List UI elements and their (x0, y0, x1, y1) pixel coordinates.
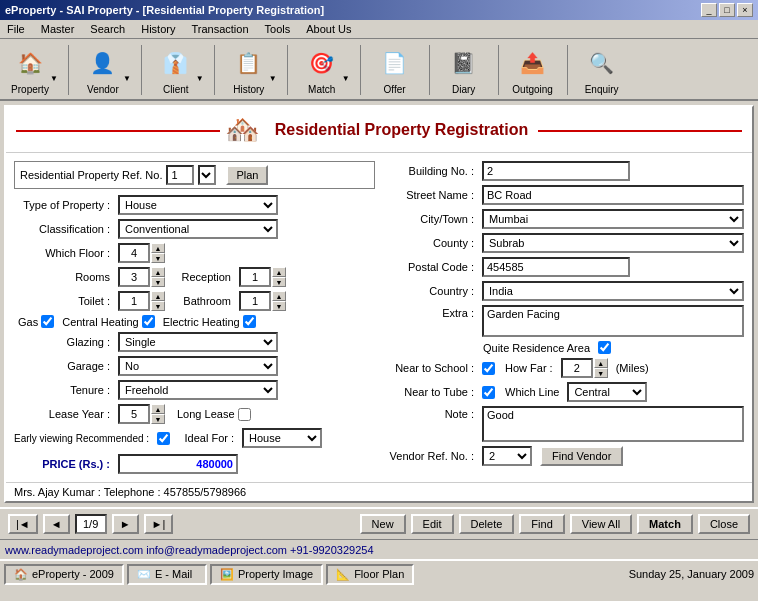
rooms-down[interactable]: ▼ (151, 277, 165, 287)
reception-up[interactable]: ▲ (272, 267, 286, 277)
rooms-up[interactable]: ▲ (151, 267, 165, 277)
email-task-item[interactable]: ✉️ E - Mail (127, 564, 207, 585)
country-select[interactable]: India (482, 281, 744, 301)
toolbar-enquiry[interactable]: 🔍 Enquiry (578, 43, 626, 95)
central-heating-checkbox[interactable] (142, 315, 155, 328)
ideal-for-select[interactable]: House (242, 428, 322, 448)
history-dropdown-arrow[interactable]: ▼ (269, 74, 277, 83)
reception-input[interactable] (239, 267, 271, 287)
glazing-select[interactable]: Single (118, 332, 278, 352)
outgoing-icon: 📤 (513, 43, 553, 83)
building-no-input[interactable] (482, 161, 630, 181)
toilet-buttons: ▲ ▼ (151, 291, 165, 311)
menu-master[interactable]: Master (38, 22, 78, 36)
near-school-checkbox[interactable] (482, 362, 495, 375)
price-input[interactable] (118, 454, 238, 474)
bathroom-up[interactable]: ▲ (272, 291, 286, 301)
toilet-input[interactable] (118, 291, 150, 311)
bathroom-down[interactable]: ▼ (272, 301, 286, 311)
street-name-input[interactable] (482, 185, 744, 205)
which-line-select[interactable]: Central (567, 382, 647, 402)
find-vendor-button[interactable]: Find Vendor (540, 446, 623, 466)
view-all-button[interactable]: View All (570, 514, 632, 534)
type-property-select[interactable]: House (118, 195, 278, 215)
toolbar-outgoing[interactable]: 📤 Outgoing (509, 43, 557, 95)
toolbar-match[interactable]: 🎯 Match ▼ (298, 43, 350, 95)
near-tube-checkbox[interactable] (482, 386, 495, 399)
restore-button[interactable]: □ (719, 3, 735, 17)
property-image-task-item[interactable]: 🖼️ Property Image (210, 564, 323, 585)
next-button[interactable]: ► (112, 514, 139, 534)
client-dropdown-arrow[interactable]: ▼ (196, 74, 204, 83)
menu-file[interactable]: File (4, 22, 28, 36)
which-floor-down[interactable]: ▼ (151, 253, 165, 263)
toolbar-sep-5 (360, 45, 361, 95)
toilet-up[interactable]: ▲ (151, 291, 165, 301)
minimize-button[interactable]: _ (701, 3, 717, 17)
prev-button[interactable]: ◄ (43, 514, 70, 534)
floor-plan-task-item[interactable]: 📐 Floor Plan (326, 564, 414, 585)
first-button[interactable]: |◄ (8, 514, 38, 534)
lease-down[interactable]: ▼ (151, 414, 165, 424)
delete-button[interactable]: Delete (459, 514, 515, 534)
near-school-row: Near to School : How Far : ▲ ▼ (Miles) (383, 358, 744, 378)
city-town-select[interactable]: Mumbai (482, 209, 744, 229)
classification-select[interactable]: Conventional (118, 219, 278, 239)
ref-dropdown[interactable]: 1 (198, 165, 216, 185)
toolbar-vendor[interactable]: 👤 Vendor ▼ (79, 43, 131, 95)
toilet-down[interactable]: ▼ (151, 301, 165, 311)
gas-checkbox[interactable] (41, 315, 54, 328)
close-button[interactable]: Close (698, 514, 750, 534)
toolbar-history[interactable]: 📋 History ▼ (225, 43, 277, 95)
menu-transaction[interactable]: Transaction (188, 22, 251, 36)
toolbar-offer[interactable]: 📄 Offer (371, 43, 419, 95)
menu-search[interactable]: Search (87, 22, 128, 36)
menu-tools[interactable]: Tools (262, 22, 294, 36)
bathroom-input[interactable] (239, 291, 271, 311)
postal-code-input[interactable] (482, 257, 630, 277)
toolbar-property[interactable]: 🏠 Property ▼ (6, 43, 58, 95)
edit-button[interactable]: Edit (411, 514, 454, 534)
which-floor-input[interactable] (118, 243, 150, 263)
tenure-select[interactable]: Freehold (118, 380, 278, 400)
app-label-item[interactable]: 🏠 eProperty - 2009 (4, 564, 124, 585)
how-far-down[interactable]: ▼ (594, 368, 608, 378)
toolbar-client[interactable]: 👔 Client ▼ (152, 43, 204, 95)
lease-up[interactable]: ▲ (151, 404, 165, 414)
how-far-input[interactable] (561, 358, 593, 378)
match-dropdown-arrow[interactable]: ▼ (342, 74, 350, 83)
plan-button[interactable]: Plan (226, 165, 268, 185)
property-dropdown-arrow[interactable]: ▼ (50, 74, 58, 83)
ref-number-input[interactable] (166, 165, 194, 185)
menu-aboutus[interactable]: About Us (303, 22, 354, 36)
menu-history[interactable]: History (138, 22, 178, 36)
extra-textarea[interactable]: Garden Facing (482, 305, 744, 337)
ref-row: Residential Property Ref. No. 1 Plan (14, 161, 375, 189)
county-select[interactable]: Subrab (482, 233, 744, 253)
page-input[interactable] (75, 514, 107, 534)
new-button[interactable]: New (360, 514, 406, 534)
early-viewing-checkbox[interactable] (157, 432, 170, 445)
reception-down[interactable]: ▼ (272, 277, 286, 287)
which-floor-up[interactable]: ▲ (151, 243, 165, 253)
vendor-ref-select[interactable]: 2 (482, 446, 532, 466)
long-lease-checkbox[interactable] (238, 408, 251, 421)
county-label: County : (383, 237, 478, 249)
which-floor-row: Which Floor : ▲ ▼ (14, 243, 375, 263)
find-button[interactable]: Find (519, 514, 564, 534)
electric-heating-checkbox[interactable] (243, 315, 256, 328)
note-textarea[interactable]: Good (482, 406, 744, 442)
close-title-button[interactable]: × (737, 3, 753, 17)
taskbar: 🏠 eProperty - 2009 ✉️ E - Mail 🖼️ Proper… (0, 559, 758, 587)
garage-select[interactable]: No (118, 356, 278, 376)
title-buttons[interactable]: _ □ × (701, 3, 753, 17)
lease-input[interactable] (118, 404, 150, 424)
last-button[interactable]: ►| (144, 514, 174, 534)
how-far-buttons: ▲ ▼ (594, 358, 608, 378)
how-far-up[interactable]: ▲ (594, 358, 608, 368)
quite-residence-checkbox[interactable] (598, 341, 611, 354)
toolbar-diary[interactable]: 📓 Diary (440, 43, 488, 95)
rooms-input[interactable] (118, 267, 150, 287)
match-button[interactable]: Match (637, 514, 693, 534)
vendor-dropdown-arrow[interactable]: ▼ (123, 74, 131, 83)
